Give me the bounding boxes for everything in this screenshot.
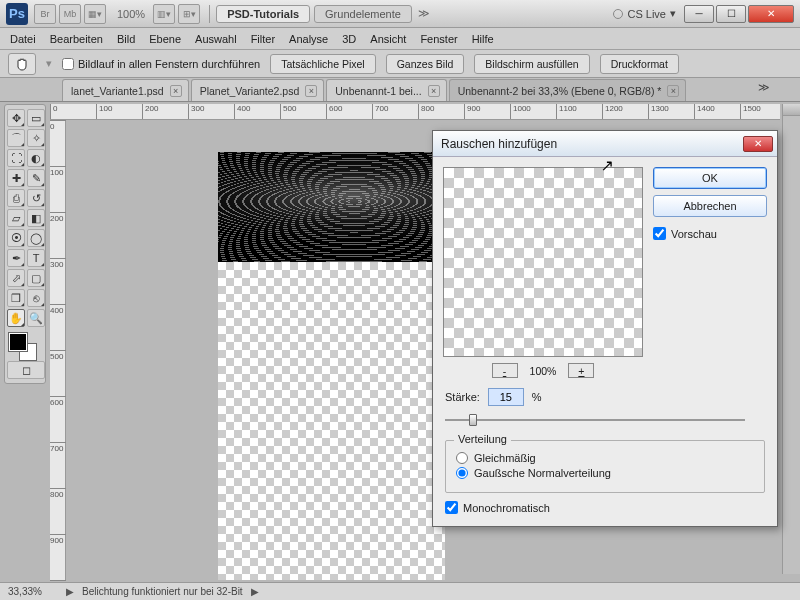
marquee-tool[interactable]: ▭ [27, 109, 45, 127]
panel-dock-collapsed[interactable] [782, 104, 800, 574]
dock-grip-icon[interactable] [783, 104, 800, 116]
stamp-tool[interactable]: ⎙ [7, 189, 25, 207]
tabs-overflow-icon[interactable]: ≫ [758, 81, 770, 94]
menu-auswahl[interactable]: Auswahl [195, 33, 237, 45]
gradient-tool[interactable]: ◧ [27, 209, 45, 227]
document-canvas[interactable] [218, 152, 445, 580]
menu-ansicht[interactable]: Ansicht [370, 33, 406, 45]
tab-label: Planet_Variante2.psd [200, 85, 300, 97]
preview-zoom-in-button[interactable]: + [568, 363, 594, 378]
slider-thumb[interactable] [469, 414, 477, 426]
close-tab-icon[interactable]: × [305, 85, 317, 97]
minibridge-button[interactable]: Mb [59, 4, 81, 24]
horizontal-ruler: 0100200300400500600700800900100011001200… [50, 104, 780, 120]
eraser-tool[interactable]: ▱ [7, 209, 25, 227]
screen-mode-button[interactable]: ▦▾ [84, 4, 106, 24]
strength-label: Stärke: [445, 391, 480, 403]
actual-pixels-button[interactable]: Tatsächliche Pixel [270, 54, 375, 74]
move-tool[interactable]: ✥ [7, 109, 25, 127]
menu-bar: Datei Bearbeiten Bild Ebene Auswahl Filt… [0, 28, 800, 50]
print-size-button[interactable]: Druckformat [600, 54, 679, 74]
menu-ebene[interactable]: Ebene [149, 33, 181, 45]
healing-tool[interactable]: ✚ [7, 169, 25, 187]
current-tool-hand-icon[interactable] [8, 53, 36, 75]
foreground-color-swatch[interactable] [9, 333, 27, 351]
workspace-grundelemente[interactable]: Grundelemente [314, 5, 412, 23]
zoom-tool[interactable]: 🔍 [27, 309, 45, 327]
document-tab[interactable]: Unbenannt-1 bei...× [326, 79, 446, 101]
document-tab[interactable]: Planet_Variante2.psd× [191, 79, 325, 101]
menu-fenster[interactable]: Fenster [420, 33, 457, 45]
document-tab[interactable]: lanet_Variante1.psd× [62, 79, 189, 101]
document-transparency-area [218, 262, 445, 580]
fit-screen-button[interactable]: Ganzes Bild [386, 54, 465, 74]
dialog-titlebar[interactable]: Rauschen hinzufügen ✕ [433, 131, 777, 157]
cancel-button[interactable]: Abbrechen [653, 195, 767, 217]
distribution-group-label: Verteilung [454, 433, 511, 445]
window-close-button[interactable]: ✕ [748, 5, 794, 23]
workspace-more-icon[interactable]: ≫ [418, 7, 430, 20]
monochromatic-checkbox[interactable]: Monochromatisch [445, 501, 765, 514]
preview-checkbox[interactable]: Vorschau [653, 227, 767, 240]
fill-screen-button[interactable]: Bildschirm ausfüllen [474, 54, 589, 74]
menu-hilfe[interactable]: Hilfe [472, 33, 494, 45]
shape-tool[interactable]: ▢ [27, 269, 45, 287]
app-logo-icon: Ps [6, 3, 28, 25]
pen-tool[interactable]: ✒ [7, 249, 25, 267]
status-arrow-icon[interactable]: ▶ [66, 586, 74, 597]
brush-tool[interactable]: ✎ [27, 169, 45, 187]
hand-tool[interactable]: ✋ [7, 309, 25, 327]
close-tab-icon[interactable]: × [667, 85, 679, 97]
separator [209, 5, 210, 23]
path-select-tool[interactable]: ⬀ [7, 269, 25, 287]
tab-label: Unbenannt-2 bei 33,3% (Ebene 0, RGB/8) * [458, 85, 662, 97]
window-maximize-button[interactable]: ☐ [716, 5, 746, 23]
scroll-all-windows-checkbox[interactable]: Bildlauf in allen Fenstern durchführen [62, 58, 260, 70]
dialog-preview-box[interactable] [443, 167, 643, 357]
tab-label: lanet_Variante1.psd [71, 85, 164, 97]
eyedropper-tool[interactable]: ◐ [27, 149, 45, 167]
status-bar: 33,33% ▶ Belichtung funktioniert nur bei… [0, 582, 800, 600]
zoom-level[interactable]: 100% [117, 8, 145, 20]
radio-uniform[interactable]: Gleichmäßig [456, 452, 754, 464]
menu-bild[interactable]: Bild [117, 33, 135, 45]
crop-tool[interactable]: ⛶ [7, 149, 25, 167]
document-tab-active[interactable]: Unbenannt-2 bei 33,3% (Ebene 0, RGB/8) *… [449, 79, 687, 101]
document-content-image [218, 152, 445, 262]
close-tab-icon[interactable]: × [170, 85, 182, 97]
extras-button[interactable]: ⊞▾ [178, 4, 200, 24]
preview-zoom-out-button[interactable]: - [492, 363, 518, 378]
arrange-docs-button[interactable]: ▥▾ [153, 4, 175, 24]
status-zoom[interactable]: 33,33% [8, 586, 58, 597]
strength-input[interactable] [488, 388, 524, 406]
menu-3d[interactable]: 3D [342, 33, 356, 45]
strength-slider[interactable] [445, 412, 745, 428]
ok-button[interactable]: OK [653, 167, 767, 189]
3d-tool[interactable]: ❒ [7, 289, 25, 307]
lasso-tool[interactable]: ⌒ [7, 129, 25, 147]
preview-zoom-label: 100% [530, 365, 557, 377]
preview-checkbox-label: Vorschau [671, 228, 717, 240]
bridge-button[interactable]: Br [34, 4, 56, 24]
blur-tool[interactable]: ⦿ [7, 229, 25, 247]
radio-gaussian[interactable]: Gaußsche Normalverteilung [456, 467, 754, 479]
cs-live-button[interactable]: CS Live ▾ [613, 7, 676, 20]
scroll-all-label: Bildlauf in allen Fenstern durchführen [78, 58, 260, 70]
color-swatches[interactable] [7, 331, 45, 359]
dialog-close-button[interactable]: ✕ [743, 136, 773, 152]
cslive-dot-icon [613, 9, 623, 19]
type-tool[interactable]: T [27, 249, 45, 267]
dodge-tool[interactable]: ◯ [27, 229, 45, 247]
menu-analyse[interactable]: Analyse [289, 33, 328, 45]
close-tab-icon[interactable]: × [428, 85, 440, 97]
window-minimize-button[interactable]: ─ [684, 5, 714, 23]
menu-datei[interactable]: Datei [10, 33, 36, 45]
3d-camera-tool[interactable]: ⎋ [27, 289, 45, 307]
workspace-psd-tutorials[interactable]: PSD-Tutorials [216, 5, 310, 23]
history-brush-tool[interactable]: ↺ [27, 189, 45, 207]
menu-filter[interactable]: Filter [251, 33, 275, 45]
status-arrow-icon[interactable]: ▶ [251, 586, 259, 597]
quickmask-toggle[interactable]: ◻ [7, 361, 45, 379]
magic-wand-tool[interactable]: ✧ [27, 129, 45, 147]
menu-bearbeiten[interactable]: Bearbeiten [50, 33, 103, 45]
